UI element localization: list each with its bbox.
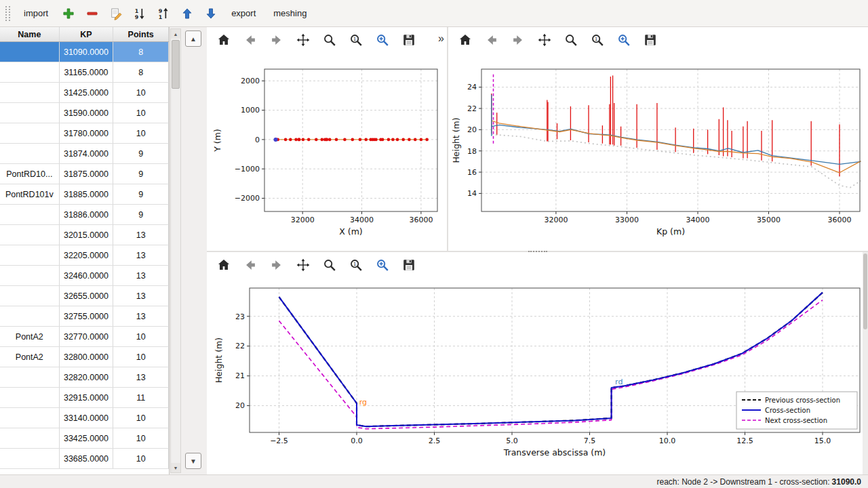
zoom-button[interactable] bbox=[321, 256, 338, 274]
cell-name[interactable]: PontRD101v bbox=[0, 184, 60, 204]
import-button[interactable]: import bbox=[17, 4, 55, 22]
cell-points[interactable]: 10 bbox=[113, 449, 169, 468]
zoom-button[interactable] bbox=[321, 31, 338, 49]
cell-kp[interactable]: 31874.0000 bbox=[60, 144, 114, 163]
cell-name[interactable]: PontRD10... bbox=[0, 164, 60, 184]
home-button[interactable] bbox=[215, 31, 233, 49]
back-button[interactable] bbox=[241, 31, 259, 49]
scrollbar-down-arrow-icon[interactable]: ▼ bbox=[171, 463, 180, 472]
table-row[interactable]: 31425.000010 bbox=[0, 83, 169, 103]
forward-button[interactable] bbox=[268, 256, 285, 274]
toolbar-overflow-button[interactable]: » bbox=[438, 33, 444, 45]
cell-points[interactable]: 9 bbox=[113, 164, 169, 184]
zoom-original-button[interactable]: 1 bbox=[589, 31, 606, 49]
cell-kp[interactable]: 31425.0000 bbox=[60, 83, 114, 102]
cell-kp[interactable]: 31780.0000 bbox=[60, 123, 114, 143]
cell-points[interactable]: 11 bbox=[113, 388, 169, 407]
cell-name[interactable] bbox=[0, 103, 60, 123]
table-row[interactable]: 31886.00009 bbox=[0, 205, 169, 225]
save-button[interactable] bbox=[642, 31, 659, 49]
cross-section-chart[interactable]: −2.50.02.55.07.510.012.515.020212223Tran… bbox=[207, 278, 868, 474]
pan-button[interactable] bbox=[294, 256, 312, 274]
zoom-original-button[interactable]: 1 bbox=[347, 256, 365, 274]
longitudinal-profile-chart[interactable]: 3200033000340003500036000141618202224Kp … bbox=[448, 53, 868, 251]
table-row[interactable]: 32205.000013 bbox=[0, 245, 169, 266]
cell-name[interactable] bbox=[0, 449, 60, 468]
move-up-button[interactable] bbox=[178, 4, 197, 23]
table-row[interactable]: 33140.000010 bbox=[0, 408, 169, 428]
cell-name[interactable] bbox=[0, 42, 60, 62]
cell-name[interactable] bbox=[0, 306, 60, 326]
table-row[interactable]: PontRD101v31885.00009 bbox=[0, 184, 169, 205]
table-row[interactable]: 32820.000013 bbox=[0, 367, 169, 388]
home-button[interactable] bbox=[456, 31, 474, 49]
cell-points[interactable]: 10 bbox=[113, 327, 169, 346]
table-row[interactable]: 32015.000013 bbox=[0, 225, 169, 245]
cell-kp[interactable]: 32820.0000 bbox=[60, 367, 114, 387]
save-button[interactable] bbox=[400, 256, 418, 274]
save-button[interactable] bbox=[400, 31, 418, 49]
cell-points[interactable]: 13 bbox=[113, 367, 169, 387]
column-header-kp[interactable]: KP bbox=[60, 27, 114, 41]
cell-kp[interactable]: 31165.0000 bbox=[60, 62, 114, 82]
cell-points[interactable]: 10 bbox=[113, 347, 169, 367]
sort-descending-button[interactable]: 91 bbox=[154, 4, 173, 23]
cell-kp[interactable]: 32770.0000 bbox=[60, 327, 114, 346]
cell-kp[interactable]: 32915.0000 bbox=[60, 388, 114, 407]
cell-name[interactable] bbox=[0, 367, 60, 387]
move-down-button[interactable] bbox=[201, 4, 220, 23]
cell-points[interactable]: 13 bbox=[113, 286, 169, 306]
cell-points[interactable]: 9 bbox=[113, 144, 169, 163]
cell-points[interactable]: 10 bbox=[113, 83, 169, 102]
cell-name[interactable]: PontA2 bbox=[0, 347, 60, 367]
pan-button[interactable] bbox=[536, 31, 553, 49]
column-header-points[interactable]: Points bbox=[113, 27, 169, 41]
cell-name[interactable] bbox=[0, 286, 60, 306]
cell-points[interactable]: 8 bbox=[113, 42, 169, 62]
meshing-button[interactable]: meshing bbox=[267, 4, 313, 22]
back-button[interactable] bbox=[241, 256, 259, 274]
cell-kp[interactable]: 31875.0000 bbox=[60, 164, 114, 184]
home-button[interactable] bbox=[215, 256, 233, 274]
zoom-rect-button[interactable] bbox=[615, 31, 633, 49]
list-scroll-up-button[interactable]: ▲ bbox=[185, 30, 201, 47]
cell-name[interactable] bbox=[0, 144, 60, 163]
cell-points[interactable]: 13 bbox=[113, 245, 169, 265]
column-header-name[interactable]: Name bbox=[0, 27, 60, 41]
cell-kp[interactable]: 33140.0000 bbox=[60, 408, 114, 428]
zoom-rect-button[interactable] bbox=[374, 31, 391, 49]
table-row[interactable]: PontA232770.000010 bbox=[0, 327, 169, 347]
cell-name[interactable] bbox=[0, 205, 60, 224]
table-row[interactable]: 31874.00009 bbox=[0, 144, 169, 164]
toolbar-drag-handle[interactable] bbox=[5, 6, 10, 21]
zoom-button[interactable] bbox=[562, 31, 580, 49]
forward-button[interactable] bbox=[509, 31, 527, 49]
cell-kp[interactable]: 32460.0000 bbox=[60, 266, 114, 285]
cell-points[interactable]: 9 bbox=[113, 184, 169, 204]
table-row[interactable]: 32915.000011 bbox=[0, 388, 169, 408]
table-row[interactable]: 33425.000010 bbox=[0, 428, 169, 449]
cell-points[interactable]: 13 bbox=[113, 306, 169, 326]
table-row[interactable]: PontRD10...31875.00009 bbox=[0, 164, 169, 184]
cell-points[interactable]: 13 bbox=[113, 266, 169, 285]
sort-ascending-button[interactable]: 19 bbox=[130, 4, 149, 23]
plan-view-chart[interactable]: 320003400036000−2000−1000010002000X (m)Y… bbox=[207, 53, 447, 251]
right-scrollbar-thumb[interactable] bbox=[863, 253, 867, 329]
cell-points[interactable]: 10 bbox=[113, 408, 169, 428]
cell-name[interactable] bbox=[0, 83, 60, 102]
cell-name[interactable] bbox=[0, 428, 60, 448]
cell-points[interactable]: 10 bbox=[113, 428, 169, 448]
scrollbar-up-arrow-icon[interactable]: ▲ bbox=[171, 29, 180, 39]
cell-kp[interactable]: 32800.0000 bbox=[60, 347, 114, 367]
cell-points[interactable]: 13 bbox=[113, 225, 169, 245]
cell-kp[interactable]: 31885.0000 bbox=[60, 184, 114, 204]
table-row[interactable]: PontA232800.000010 bbox=[0, 347, 169, 367]
cell-kp[interactable]: 32755.0000 bbox=[60, 306, 114, 326]
remove-button[interactable] bbox=[83, 4, 102, 23]
forward-button[interactable] bbox=[268, 31, 285, 49]
cell-kp[interactable]: 33425.0000 bbox=[60, 428, 114, 448]
cell-points[interactable]: 9 bbox=[113, 205, 169, 224]
cell-name[interactable] bbox=[0, 225, 60, 245]
cell-name[interactable] bbox=[0, 123, 60, 143]
cell-points[interactable]: 10 bbox=[113, 123, 169, 143]
